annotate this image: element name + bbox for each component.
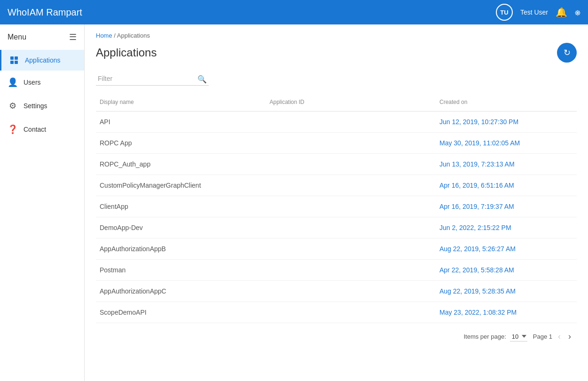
breadcrumb-current: Applications	[117, 32, 150, 39]
page-title: Applications	[96, 46, 157, 59]
username-label: Test User	[520, 8, 548, 16]
cell-display-name: DemoApp-Dev	[96, 219, 266, 236]
table-row[interactable]: Postman Apr 22, 2019, 5:58:28 AM	[96, 260, 577, 281]
table-row[interactable]: AppAuthorizationAppB Aug 22, 2019, 5:26:…	[96, 238, 577, 260]
table-row[interactable]: DemoApp-Dev Jun 2, 2022, 2:15:22 PM	[96, 217, 577, 238]
cell-app-id	[266, 219, 436, 236]
cell-display-name: ScopeDemoAPI	[96, 304, 266, 321]
app-header: WhoIAM Rampart TU Test User 🔔 ⎈	[0, 0, 588, 24]
cell-app-id	[266, 177, 436, 194]
next-page-button[interactable]: ›	[566, 331, 573, 342]
sidebar-item-applications[interactable]: Applications	[0, 50, 84, 71]
menu-toggle-icon[interactable]: ☰	[69, 32, 77, 42]
cell-created-on: Apr 16, 2019, 6:51:16 AM	[436, 177, 577, 194]
col-application-id: Application ID	[266, 97, 436, 107]
cell-app-id	[266, 240, 436, 257]
cell-display-name: AppAuthorizationAppC	[96, 283, 266, 300]
table-row[interactable]: AppAuthorizationAppC Aug 22, 2019, 5:28:…	[96, 281, 577, 302]
applications-icon	[9, 56, 19, 64]
cell-display-name: ROPC App	[96, 135, 266, 151]
cell-app-id	[266, 113, 436, 130]
cell-created-on: Aug 22, 2019, 5:26:27 AM	[436, 240, 577, 257]
page-nav: Page 1 ‹ ›	[533, 331, 573, 342]
filter-container: 🔍	[96, 72, 209, 86]
table-row[interactable]: API Jun 12, 2019, 10:27:30 PM	[96, 111, 577, 133]
notification-icon[interactable]: 🔔	[556, 7, 567, 18]
per-page-select[interactable]: 5 10 25 50	[510, 332, 527, 341]
cell-created-on: Jun 2, 2022, 2:15:22 PM	[436, 219, 577, 236]
sidebar-item-label: Settings	[24, 102, 47, 110]
menu-label: Menu	[8, 33, 26, 41]
cell-app-id	[266, 198, 436, 215]
cell-app-id	[266, 135, 436, 151]
cell-display-name: Postman	[96, 262, 266, 278]
app-title: WhoIAM Rampart	[8, 7, 496, 18]
applications-table: Display name Application ID Created on A…	[96, 93, 577, 323]
sidebar-item-label: Users	[24, 79, 41, 86]
logout-icon[interactable]: ⎈	[575, 7, 580, 18]
cell-display-name: AppAuthorizationAppB	[96, 240, 266, 257]
table-row[interactable]: ClientApp Apr 16, 2019, 7:19:37 AM	[96, 196, 577, 217]
breadcrumb-home[interactable]: Home	[96, 32, 112, 39]
cell-created-on: Aug 22, 2019, 5:28:35 AM	[436, 283, 577, 300]
prev-page-button[interactable]: ‹	[556, 331, 563, 342]
cell-created-on: Apr 16, 2019, 7:19:37 AM	[436, 198, 577, 215]
cell-app-id	[266, 262, 436, 278]
refresh-button[interactable]: ↻	[557, 43, 577, 63]
cell-created-on: May 30, 2019, 11:02:05 AM	[436, 135, 577, 151]
col-display-name: Display name	[96, 97, 266, 107]
cell-display-name: CustomPolicyManagerGraphClient	[96, 177, 266, 194]
cell-created-on: Jun 13, 2019, 7:23:13 AM	[436, 156, 577, 173]
users-icon: 👤	[8, 77, 18, 87]
pagination: Items per page: 5 10 25 50 Page 1 ‹ ›	[96, 323, 577, 350]
refresh-icon: ↻	[564, 48, 571, 58]
sidebar-item-label: Applications	[25, 56, 61, 64]
header-right: TU Test User 🔔 ⎈	[496, 4, 580, 21]
main-content: Home / Applications Applications ↻ 🔍 Dis…	[85, 24, 588, 381]
settings-icon: ⚙	[8, 101, 18, 111]
cell-display-name: ClientApp	[96, 198, 266, 215]
page-header: Applications ↻	[96, 43, 577, 63]
avatar: TU	[496, 4, 513, 21]
filter-input[interactable]	[96, 72, 209, 86]
breadcrumb: Home / Applications	[96, 32, 577, 39]
cell-created-on: May 23, 2022, 1:08:32 PM	[436, 304, 577, 321]
sidebar-item-contact[interactable]: ❓ Contact	[0, 118, 84, 141]
cell-display-name: API	[96, 113, 266, 130]
sidebar-menu-header: Menu ☰	[0, 24, 84, 50]
cell-created-on: Jun 12, 2019, 10:27:30 PM	[436, 113, 577, 130]
table-row[interactable]: CustomPolicyManagerGraphClient Apr 16, 2…	[96, 175, 577, 196]
cell-app-id	[266, 283, 436, 300]
table-body: API Jun 12, 2019, 10:27:30 PM ROPC App M…	[96, 111, 577, 323]
items-per-page-label: Items per page:	[463, 333, 506, 340]
cell-app-id	[266, 156, 436, 173]
table-row[interactable]: ROPC App May 30, 2019, 11:02:05 AM	[96, 133, 577, 154]
cell-app-id	[266, 304, 436, 321]
table-row[interactable]: ScopeDemoAPI May 23, 2022, 1:08:32 PM	[96, 302, 577, 323]
col-created-on: Created on	[436, 97, 577, 107]
body-layout: Menu ☰ Applications 👤 Users ⚙ Settings ❓…	[0, 24, 588, 381]
contact-icon: ❓	[8, 124, 18, 135]
table-row[interactable]: ROPC_Auth_app Jun 13, 2019, 7:23:13 AM	[96, 154, 577, 175]
table-header: Display name Application ID Created on	[96, 93, 577, 111]
cell-display-name: ROPC_Auth_app	[96, 156, 266, 173]
sidebar-item-settings[interactable]: ⚙ Settings	[0, 94, 84, 118]
cell-created-on: Apr 22, 2019, 5:58:28 AM	[436, 262, 577, 278]
items-per-page: Items per page: 5 10 25 50	[463, 332, 527, 341]
sidebar-item-users[interactable]: 👤 Users	[0, 71, 84, 94]
sidebar-item-label: Contact	[24, 126, 46, 133]
filter-search-icon: 🔍	[197, 74, 207, 83]
sidebar: Menu ☰ Applications 👤 Users ⚙ Settings ❓…	[0, 24, 85, 381]
page-number: Page 1	[533, 333, 552, 340]
breadcrumb-separator: /	[112, 32, 117, 39]
